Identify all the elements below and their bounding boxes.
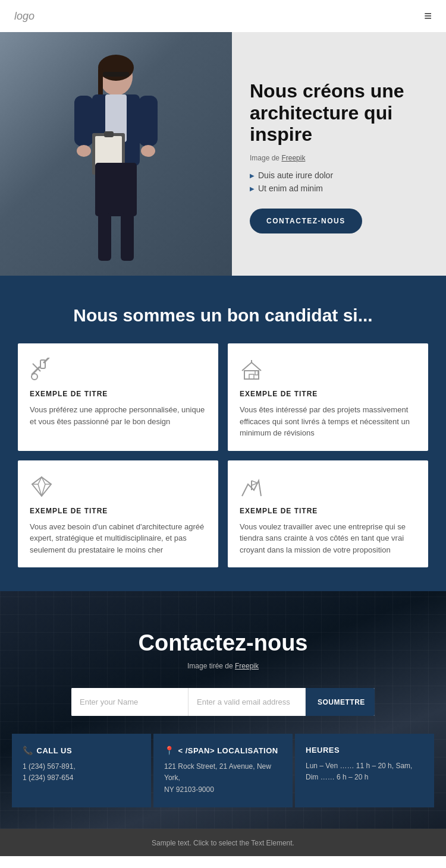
footer: Sample text. Click to select the Text El… <box>0 829 446 856</box>
card-4-title: EXEMPLE DE TITRE <box>240 507 416 515</box>
hero-person-illustration <box>56 41 175 267</box>
hero-image-placeholder <box>0 32 232 276</box>
hero-bullet-2: Ut enim ad minim <box>250 184 428 193</box>
hours-box-title: HEURES <box>306 746 423 755</box>
hamburger-icon[interactable]: ≡ <box>424 8 432 24</box>
hero-section: Nous créons une architecture qui inspire… <box>0 32 446 276</box>
cards-grid: EXEMPLE DE TITRE Vous préférez une appro… <box>18 343 428 567</box>
location-icon: 📍 <box>164 746 175 755</box>
svg-rect-13 <box>98 213 111 261</box>
location-box-title: 📍 < /SPAN> LOCALISATION <box>164 746 282 755</box>
diamond-icon <box>30 475 54 498</box>
svg-marker-25 <box>32 477 51 496</box>
call-box-title: 📞 CALL US <box>23 746 140 755</box>
hero-bullet-1: Duis aute irure dolor <box>250 171 428 180</box>
info-box-call: 📞 CALL US 1 (234) 567-891, 1 (234) 987-6… <box>12 734 151 807</box>
card-4-text: Vous voulez travailler avec une entrepri… <box>240 521 416 556</box>
card-2-text: Vous êtes intéressé par des projets mass… <box>240 404 416 439</box>
svg-point-7 <box>77 145 91 157</box>
logo: logo <box>14 10 34 23</box>
card-4: EXEMPLE DE TITRE Vous voulez travailler … <box>228 460 428 568</box>
contact-image-credit: Image tirée de Freepik <box>187 662 259 670</box>
phone-icon: 📞 <box>23 746 33 755</box>
candidat-title: Nous sommes un bon candidat si... <box>18 305 428 326</box>
email-input[interactable] <box>189 688 306 716</box>
svg-point-8 <box>141 145 155 157</box>
svg-rect-11 <box>104 131 114 137</box>
card-3-title: EXEMPLE DE TITRE <box>30 507 206 515</box>
card-1: EXEMPLE DE TITRE Vous préférez une appro… <box>18 343 218 451</box>
card-1-text: Vous préférez une approche personnalisée… <box>30 404 206 427</box>
svg-rect-12 <box>95 163 137 216</box>
info-box-hours: HEURES Lun – Ven …… 11 h – 20 h, Sam, Di… <box>295 734 434 807</box>
freepik-link[interactable]: Freepik <box>281 154 305 162</box>
hero-image-credit: Image de Freepik <box>250 154 428 162</box>
contactez-nous-button[interactable]: CONTACTEZ-NOUS <box>250 209 362 233</box>
contact-freepik-link[interactable]: Freepik <box>235 662 259 670</box>
svg-rect-24 <box>255 371 258 375</box>
candidat-section: Nous sommes un bon candidat si... EXEMPL… <box>0 276 446 591</box>
hero-title: Nous créons une architecture qui inspire <box>250 80 428 146</box>
tools-icon <box>30 358 54 381</box>
hero-image <box>0 32 232 276</box>
hours-box-text: Lun – Ven …… 11 h – 20 h, Sam, Dim …… 6 … <box>306 760 423 783</box>
house-icon <box>240 358 263 381</box>
header: logo ≡ <box>0 0 446 32</box>
svg-rect-14 <box>121 213 134 261</box>
name-input[interactable] <box>71 688 189 716</box>
card-3: EXEMPLE DE TITRE Vous avez besoin d'un c… <box>18 460 218 568</box>
svg-point-1 <box>98 55 134 81</box>
call-box-text: 1 (234) 567-891, 1 (234) 987-654 <box>23 761 140 784</box>
card-3-text: Vous avez besoin d'un cabinet d'architec… <box>30 521 206 556</box>
svg-rect-6 <box>139 96 158 146</box>
flag-mountain-icon <box>240 475 263 498</box>
contact-form: SOUMETTRE <box>71 688 375 716</box>
contact-content: Contactez-nous Image tirée de Freepik SO… <box>12 630 434 807</box>
card-2: EXEMPLE DE TITRE Vous êtes intéressé par… <box>228 343 428 451</box>
svg-rect-15 <box>103 72 129 77</box>
svg-rect-22 <box>249 374 254 379</box>
info-boxes: 📞 CALL US 1 (234) 567-891, 1 (234) 987-6… <box>12 734 434 807</box>
svg-rect-17 <box>43 358 50 364</box>
hero-content: Nous créons une architecture qui inspire… <box>232 32 446 276</box>
contact-section: Contactez-nous Image tirée de Freepik SO… <box>0 591 446 829</box>
hero-bullets: Duis aute irure dolor Ut enim ad minim <box>250 171 428 197</box>
card-1-title: EXEMPLE DE TITRE <box>30 390 206 398</box>
svg-point-18 <box>32 374 37 380</box>
svg-rect-5 <box>74 96 93 146</box>
footer-text: Sample text. Click to select the Text El… <box>152 839 294 847</box>
contact-title: Contactez-nous <box>139 630 308 656</box>
info-box-location: 📍 < /SPAN> LOCALISATION 121 Rock Street,… <box>153 734 293 807</box>
card-2-title: EXEMPLE DE TITRE <box>240 390 416 398</box>
location-box-text: 121 Rock Street, 21 Avenue, New York, NY… <box>164 761 282 796</box>
submit-button[interactable]: SOUMETTRE <box>306 688 375 716</box>
